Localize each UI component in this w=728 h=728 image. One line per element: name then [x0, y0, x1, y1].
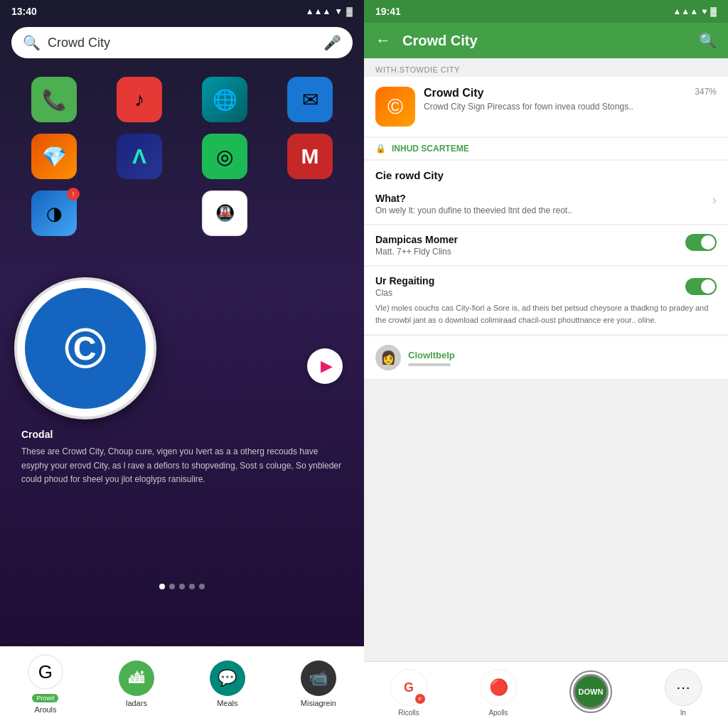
- app-phone[interactable]: 📞: [17, 77, 91, 122]
- description-body: These are Crowd City, Choup cure, vigen …: [21, 445, 343, 486]
- nav-down[interactable]: DOWN: [569, 670, 612, 716]
- browser-icon: 🌐: [202, 77, 247, 122]
- review-author-name: Clowltbelp: [408, 350, 455, 360]
- detail-section-title: Cie rowd City: [364, 161, 728, 184]
- play-button[interactable]: ▶: [307, 348, 343, 384]
- nav-ricolls[interactable]: G F Ricolls: [390, 669, 427, 717]
- header-title: Crowd City: [402, 33, 687, 49]
- time-left: 13:40: [11, 6, 37, 17]
- app-result-name: Crowd City: [424, 87, 686, 100]
- battery-right-icon: ▓: [710, 6, 717, 16]
- play-icon: ▶: [321, 357, 333, 375]
- signal-icon: ▲▲▲: [306, 6, 331, 16]
- transit-icon: 🚇: [202, 191, 247, 236]
- app-gem[interactable]: 💎: [17, 134, 91, 179]
- dot-4: [189, 584, 195, 589]
- dampicas-toggle[interactable]: [685, 234, 717, 251]
- nav-item-misiagrein[interactable]: 📹 Misiagrein: [301, 660, 336, 707]
- back-button[interactable]: ←: [375, 31, 391, 50]
- regaiting-title: Ur Regaiting: [375, 275, 685, 287]
- status-icons-right: ▲▲▲ ♥ ▓: [673, 6, 717, 16]
- ricolls-label: Ricolls: [398, 709, 419, 717]
- right-panel: 19:41 ▲▲▲ ♥ ▓ ← Crowd City 🔍 WITH.STOWDI…: [364, 0, 728, 728]
- app-result-rating: 347%: [695, 87, 717, 97]
- search-icon: 🔍: [23, 34, 41, 51]
- detail-section: Cie rowd City What? On wely lt: youn duf…: [364, 161, 728, 335]
- app-mail[interactable]: ✉: [273, 77, 347, 122]
- nav-ln[interactable]: ⋯ ln: [665, 669, 702, 717]
- app-result-card[interactable]: © Crowd City Crowd City Sign Pirecass fo…: [364, 77, 728, 136]
- status-bar-right: 19:41 ▲▲▲ ♥ ▓: [364, 0, 728, 23]
- voice-icon[interactable]: 🎤: [323, 34, 341, 51]
- app-maps[interactable]: M: [273, 134, 347, 179]
- crowd-city-letter: ©: [65, 316, 107, 381]
- nav-item-arouls[interactable]: G Prowit Arouls: [28, 654, 63, 714]
- what-title: What?: [375, 193, 712, 204]
- dampicas-title: Dampicas Momer: [375, 234, 685, 245]
- app-result-icon: ©: [375, 87, 415, 127]
- nav-apolls[interactable]: 🔴 Apolls: [480, 669, 517, 717]
- phone-icon: 📞: [31, 77, 77, 122]
- regaiting-toggle[interactable]: [685, 278, 717, 295]
- detail-row-regaiting[interactable]: Ur Regaiting Clas Vle) moles couchs cas …: [364, 267, 728, 335]
- arch-icon: Λ: [117, 134, 162, 179]
- music-icon: ♪: [117, 77, 162, 122]
- app-arch[interactable]: Λ: [102, 134, 176, 179]
- crowd-city-label: Crodal: [21, 427, 343, 442]
- review-bar: [408, 363, 451, 366]
- app-grid: 📞 ♪ 🌐 ✉ 💎 Λ ◎ M ◑ !: [0, 63, 364, 250]
- app-icon-letter: ©: [387, 95, 403, 119]
- ricolls-icon: G F: [390, 669, 427, 706]
- regaiting-content: Ur Regaiting Clas: [375, 275, 685, 298]
- search-bar[interactable]: 🔍 Crowd City 🎤: [11, 27, 353, 58]
- regaiting-top-row: Ur Regaiting Clas: [375, 275, 717, 298]
- app-music[interactable]: ♪: [102, 77, 176, 122]
- dot-3: [179, 584, 185, 589]
- gem-icon: 💎: [31, 134, 77, 179]
- regaiting-subtitle: Clas: [375, 288, 685, 298]
- nav-label-meals: Meals: [217, 699, 237, 707]
- lock-icon: 🔒: [375, 144, 386, 154]
- ladars-nav-icon: 🏙: [119, 660, 154, 696]
- green-link[interactable]: 🔒 INHUD SCARTEME: [364, 138, 728, 159]
- left-panel: 13:40 ▲▲▲ ▼ ▓ 🔍 Crowd City 🎤 📞 ♪ 🌐 ✉ 💎: [0, 0, 364, 728]
- bottom-nav-left: G Prowit Arouls 🏙 ladars 💬 Meals 📹 Misia…: [0, 646, 364, 728]
- content-area: WITH.STOWDIE CITY © Crowd City Crowd Cit…: [364, 58, 728, 661]
- meals-nav-icon: 💬: [210, 660, 245, 696]
- what-subtitle: On wely lt: youn dufine to theevied ltnt…: [375, 205, 712, 215]
- bottom-nav-right: G F Ricolls 🔴 Apolls DOWN ⋯ ln: [364, 661, 728, 728]
- wifi-right-icon: ♥: [702, 6, 707, 16]
- ln-icon: ⋯: [665, 669, 702, 706]
- nav-item-ladars[interactable]: 🏙 ladars: [119, 660, 154, 707]
- search-input[interactable]: Crowd City: [48, 36, 316, 50]
- search-button[interactable]: 🔍: [699, 32, 717, 49]
- dampicas-subtitle: Matt. 7++ Fldy Clins: [375, 247, 685, 257]
- badge-ricolls: F: [415, 694, 425, 704]
- partial-icon: ◑ !: [31, 191, 77, 236]
- status-bar-left: 13:40 ▲▲▲ ▼ ▓: [0, 0, 364, 23]
- apolls-label: Apolls: [488, 709, 508, 717]
- apolls-icon: 🔴: [480, 669, 517, 706]
- ln-label: ln: [680, 709, 686, 717]
- app-partial[interactable]: ◑ !: [17, 191, 91, 236]
- nav-label-arouls: Arouls: [34, 705, 56, 714]
- app-transit[interactable]: 🚇: [188, 191, 262, 236]
- section-label: WITH.STOWDIE CITY: [364, 58, 728, 77]
- nav-label-ladars: ladars: [126, 699, 147, 707]
- review-avatar: 👩: [375, 345, 401, 370]
- review-row[interactable]: 👩 Clowltbelp: [364, 336, 728, 379]
- app-spotify[interactable]: ◎: [188, 134, 262, 179]
- detail-row-what-content: What? On wely lt: youn dufine to theevie…: [375, 193, 712, 215]
- chevron-icon: ›: [712, 193, 717, 208]
- misiagrein-nav-icon: 📹: [301, 660, 336, 696]
- detail-row-dampicas[interactable]: Dampicas Momer Matt. 7++ Fldy Clins: [364, 225, 728, 266]
- app-result-info: Crowd City Crowd City Sign Pirecass for …: [424, 87, 686, 113]
- app-browser[interactable]: 🌐: [188, 77, 262, 122]
- spotify-icon: ◎: [202, 134, 247, 179]
- status-icons-left: ▲▲▲ ▼ ▓: [306, 6, 353, 16]
- crowd-city-large-icon[interactable]: ©: [14, 277, 156, 419]
- nav-item-meals[interactable]: 💬 Meals: [210, 660, 245, 707]
- detail-row-what[interactable]: What? On wely lt: youn dufine to theevie…: [364, 184, 728, 225]
- mail-icon: ✉: [287, 77, 333, 122]
- description-text: Crodal These are Crowd City, Choup cure,…: [14, 427, 350, 486]
